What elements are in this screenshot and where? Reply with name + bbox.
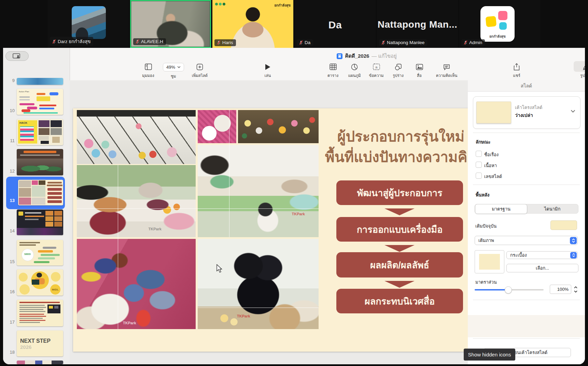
divider — [473, 133, 580, 133]
participant-name-badge: Nattapong Manlee — [379, 39, 427, 46]
scale-slider[interactable] — [475, 289, 544, 290]
zoom-value-dropdown[interactable]: 49% — [163, 63, 184, 71]
layout-thumbnail — [476, 101, 511, 123]
slide-title-line1[interactable]: ผู้ประกอบการรุ่นใหม่ — [292, 130, 468, 144]
mic-muted-icon — [135, 39, 140, 44]
scale-label: มาตราส่วน — [475, 279, 497, 286]
add-slide-button[interactable]: เพิ่มสไลด์ — [183, 63, 216, 79]
slide-number: 18 — [6, 350, 15, 355]
background-segmented-control: มาตรฐาน ไดนามิก — [475, 204, 578, 214]
slide-thumbnail-9[interactable] — [17, 78, 63, 85]
participant-tile-admin[interactable]: ยกกำลังสุข Admin — [459, 0, 540, 48]
format-paintbrush-icon — [583, 63, 585, 71]
slide-canvas: TKPark TKPark TKPark TKPark ผู้ประกอบการ — [70, 80, 468, 364]
meeting-screen: Darz ยกกำลังสุข ALAVEE.H ยกกำลังสุข Hari… — [0, 0, 588, 366]
slide-step-4[interactable]: ผลกระทบนิเวศสื่อ — [336, 289, 463, 313]
current-slide: TKPark TKPark TKPark TKPark ผู้ประกอบการ — [73, 108, 468, 352]
slide-step-1[interactable]: พัฒนาสู่ผู้ประกอบการ — [336, 180, 463, 205]
slide-thumbnail-12[interactable] — [17, 149, 63, 175]
participant-name-badge: Admin — [461, 39, 485, 46]
comment-button[interactable]: ความคิดเห็น — [430, 63, 463, 79]
divider — [473, 185, 580, 185]
tile-mode-dropdown[interactable]: กระเบื้อง — [506, 251, 578, 259]
slide-number: 14 — [6, 228, 15, 233]
chevron-down-icon — [177, 66, 181, 68]
participant-tile-nattapong[interactable]: Nattapong Man... Nattapong Manlee — [377, 0, 458, 48]
flow-arrow-icon — [384, 208, 415, 215]
slide-number: 16 — [6, 289, 15, 294]
document-title: คิดดี_2026 — แก้ไขอยู่ — [295, 52, 438, 60]
slide-thumbnail-18[interactable]: NEXT STEP 2026 — [17, 330, 63, 356]
share-button[interactable]: แชร์ — [500, 63, 533, 79]
segment-dynamic[interactable]: ไดนามิก — [527, 204, 578, 213]
slide-thumbnail-11[interactable]: HACK — [17, 119, 63, 145]
segment-standard[interactable]: มาตรฐาน — [475, 204, 527, 214]
participant-tile-da[interactable]: Da Da — [295, 0, 376, 48]
participant-tile-darz[interactable]: Darz ยกกำลังสุข — [48, 0, 129, 48]
slide-photo-crafts[interactable] — [198, 110, 236, 143]
checkbox-title[interactable] — [476, 151, 482, 157]
mic-muted-icon — [463, 40, 468, 45]
svg-text:n: n — [375, 65, 377, 69]
mic-muted-icon — [299, 40, 303, 45]
choose-image-button[interactable]: เลือก... — [506, 264, 578, 272]
participant-tile-alavee[interactable]: ALAVEE.H — [130, 0, 211, 48]
share-icon — [513, 63, 521, 71]
scale-value-field[interactable]: 100% — [550, 285, 571, 294]
slide-step-2[interactable]: การออกแบบเครื่องมือ — [336, 217, 463, 242]
screen-share-indicator-pill[interactable] — [5, 51, 29, 61]
slide-photo-flatlay[interactable]: TKPark — [77, 239, 196, 329]
slide-thumbnail-17[interactable] — [17, 300, 63, 326]
divider — [473, 300, 580, 300]
image-fill-well[interactable] — [475, 250, 504, 273]
keynote-app-icon — [337, 53, 342, 59]
participant-display-name: Nattapong Man... — [377, 19, 458, 30]
mic-muted-icon — [52, 39, 56, 44]
logo-bubble-pink — [498, 11, 507, 20]
participant-name-badge: Da — [297, 39, 313, 46]
slide-photo-bakers[interactable]: TKPark — [198, 239, 319, 329]
play-button[interactable]: เล่น — [251, 63, 284, 79]
slide-thumbnail-13[interactable] — [18, 180, 63, 205]
slide-number: 10 — [6, 108, 15, 113]
slide-number: 17 — [6, 320, 15, 325]
flow-arrow-icon — [384, 245, 415, 252]
slide-thumbnail-14[interactable] — [17, 209, 63, 235]
slide-layout-card[interactable]: เค้าโครงสไลด์ ว่างเปล่า — [473, 96, 580, 129]
tab-format[interactable]: รูปแบบ — [570, 63, 585, 79]
grid-line — [118, 165, 118, 329]
checkbox-slide-number[interactable] — [476, 173, 482, 179]
slide-navigator: 9 10 Action Plan 11 HACK — [3, 48, 70, 364]
slide-thumbnail-19[interactable] — [17, 361, 63, 364]
slide-photo-craft-workshop[interactable]: TKPark — [77, 165, 196, 237]
fill-type-dropdown[interactable]: เติมภาพ — [475, 236, 578, 245]
current-fill-swatch[interactable] — [550, 220, 577, 230]
stepper-icon — [570, 237, 577, 244]
comment-icon — [443, 63, 451, 71]
flow-arrow-icon — [384, 281, 415, 288]
zoom-video-strip: Darz ยกกำลังสุข ALAVEE.H ยกกำลังสุข Hari… — [0, 0, 588, 48]
slide-number: 12 — [6, 168, 15, 174]
checkbox-body[interactable] — [476, 162, 482, 168]
slide-thumbnail-16[interactable]: MiDL — [17, 269, 63, 296]
slide-photo-paint-palette[interactable] — [77, 110, 196, 164]
slider-fill — [475, 289, 508, 290]
participant-tile-haris[interactable]: ยกกำลังสุข Haris — [212, 0, 293, 48]
slide-title-line2[interactable]: พื้นที่แบ่งปันทางความคิด — [292, 150, 468, 164]
slider-knob[interactable] — [505, 286, 512, 294]
slide-thumbnail-15[interactable]: SEED — [17, 240, 63, 266]
chart-icon — [351, 63, 359, 71]
logo-bubble-yellow — [486, 16, 497, 27]
layout-caption: เค้าโครงสไลด์ — [515, 104, 542, 111]
slide-number: 9 — [6, 78, 15, 83]
brand-logo-text: ยกกำลังสุข — [274, 3, 291, 8]
slide-thumbnail-10[interactable]: Action Plan — [17, 89, 63, 115]
keynote-window: คิดดี_2026 — แก้ไขอยู่ มุมมอง 49% ซูม เพ… — [3, 48, 585, 364]
mic-muted-icon — [381, 40, 386, 45]
slide-number: 15 — [6, 259, 15, 264]
participant-avatar — [72, 6, 106, 39]
slide-step-3[interactable]: ผลผลิต/ผลลัพธ์ — [336, 252, 463, 277]
participant-display-name: Da — [295, 19, 376, 31]
chevron-down-icon[interactable] — [571, 110, 575, 113]
value-stepper-icon[interactable] — [573, 285, 578, 294]
